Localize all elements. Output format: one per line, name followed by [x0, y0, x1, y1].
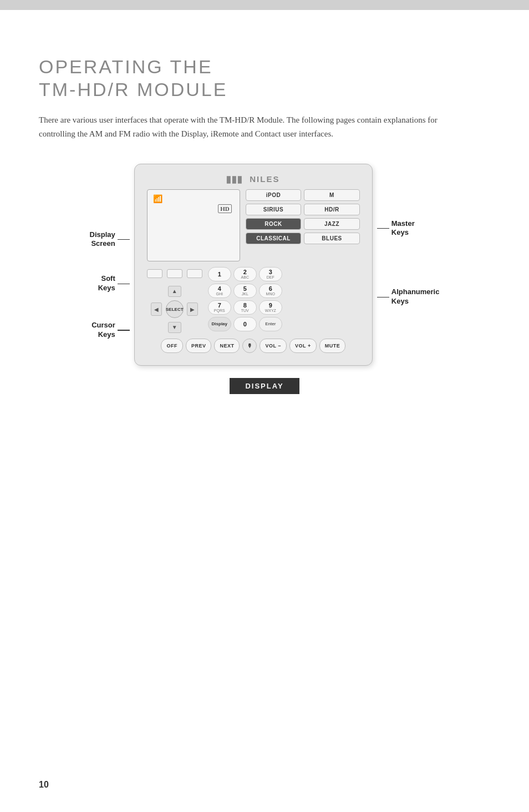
off-button[interactable]: OFF — [161, 339, 183, 353]
select-button[interactable]: SELECT — [166, 300, 184, 318]
key-1[interactable]: 1 — [208, 267, 231, 281]
rock-button[interactable]: ROCK — [246, 218, 302, 230]
page-number: 10 — [39, 780, 49, 790]
blues-button[interactable]: BLUES — [304, 233, 360, 244]
right-labels: MasterKeys AlphanumericKeys — [373, 164, 440, 307]
page-heading: OPERATING THE TM-HD/R MODULE — [39, 56, 490, 101]
master-keys-group: iPOD M SIRIUS HD/R ROCK JAZZ CLASSICAL B… — [246, 189, 360, 261]
label-text-alpha: AlphanumericKeys — [391, 288, 440, 306]
enter-key[interactable]: Enter — [259, 317, 282, 331]
cursor-down-button[interactable]: ▼ — [168, 322, 181, 333]
diagram-section: DisplayScreen SoftKeys CursorKeys ▊▊▊ NI… — [39, 164, 490, 366]
display-screen: 📶 HD — [147, 189, 240, 261]
master-key-row-4: CLASSICAL BLUES — [246, 233, 360, 244]
hd-indicator: HD — [218, 204, 232, 213]
cursor-right-button[interactable]: ▶ — [187, 302, 198, 316]
label-cursor-keys: CursorKeys — [91, 321, 130, 340]
label-text-master: MasterKeys — [391, 219, 415, 238]
key-6[interactable]: 6MNO — [259, 284, 282, 298]
prev-button[interactable]: PREV — [186, 339, 212, 353]
mute-button[interactable]: MUTE — [319, 339, 346, 353]
next-button[interactable]: NEXT — [214, 339, 240, 353]
mic-button[interactable]: 🎙 — [242, 339, 257, 353]
page: OPERATING THE TM-HD/R MODULE There are v… — [0, 0, 529, 812]
m-button[interactable]: M — [304, 189, 360, 201]
connector-line — [118, 284, 130, 285]
key-4[interactable]: 4GHI — [208, 284, 231, 298]
label-soft-keys: SoftKeys — [98, 274, 130, 293]
connector-line — [118, 239, 130, 240]
master-key-row-3: ROCK JAZZ — [246, 218, 360, 230]
transport-row: OFF PREV NEXT 🎙 VOL − VOL + MUTE — [147, 339, 360, 353]
ipod-button[interactable]: iPOD — [246, 189, 302, 201]
soft-key-2[interactable] — [167, 269, 182, 278]
key-9[interactable]: 9WXYZ — [259, 300, 282, 315]
alpha-row-1: 1 2ABC 3DEF — [208, 267, 360, 281]
alphanumeric-keys: 1 2ABC 3DEF 4GHI 5JKL 6MNO 7PQRS 8TUV 9W… — [208, 267, 360, 333]
cursor-pad: ▲ ▼ ◀ ▶ SELECT — [151, 286, 198, 333]
display-label-section: DISPLAY — [39, 378, 490, 394]
alpha-row-4: Display 0 Enter — [208, 317, 360, 331]
alpha-row-3: 7PQRS 8TUV 9WXYZ — [208, 300, 360, 315]
label-alpha-keys: AlphanumericKeys — [377, 288, 440, 306]
hdr-button[interactable]: HD/R — [304, 204, 360, 215]
soft-key-1[interactable] — [147, 269, 162, 278]
display-key[interactable]: Display — [208, 317, 231, 331]
key-8[interactable]: 8TUV — [233, 300, 257, 315]
left-labels: DisplayScreen SoftKeys CursorKeys — [90, 164, 134, 340]
body-text: There are various user interfaces that o… — [39, 113, 438, 142]
soft-keys-group — [147, 269, 202, 278]
display-label-box: DISPLAY — [230, 378, 299, 394]
label-master-keys: MasterKeys — [377, 219, 415, 238]
signal-icon: 📶 — [153, 194, 162, 204]
label-display-screen: DisplayScreen — [90, 230, 130, 249]
device-bottom-area: ▲ ▼ ◀ ▶ SELECT 1 2ABC 3DEF 4GHI — [147, 267, 360, 333]
connector-line — [118, 330, 130, 331]
cursor-up-button[interactable]: ▲ — [168, 286, 181, 297]
label-text-cursor: CursorKeys — [91, 321, 115, 340]
master-key-row-2: SIRIUS HD/R — [246, 204, 360, 215]
key-5[interactable]: 5JKL — [233, 284, 257, 298]
jazz-button[interactable]: JAZZ — [304, 218, 360, 230]
vol-down-button[interactable]: VOL − — [260, 339, 287, 353]
connector-line-r1 — [377, 228, 389, 229]
sirius-button[interactable]: SIRIUS — [246, 204, 302, 215]
device-logo: ▊▊▊ NILES — [147, 174, 360, 184]
label-text-soft: SoftKeys — [98, 274, 115, 293]
master-key-row-1: iPOD M — [246, 189, 360, 201]
key-3[interactable]: 3DEF — [259, 267, 282, 281]
soft-key-3[interactable] — [187, 269, 202, 278]
remote-device: ▊▊▊ NILES 📶 HD iPOD M SIRIUS — [134, 164, 373, 366]
left-controls: ▲ ▼ ◀ ▶ SELECT — [147, 267, 202, 333]
top-bar — [0, 0, 529, 10]
vol-up-button[interactable]: VOL + — [289, 339, 317, 353]
key-7[interactable]: 7PQRS — [208, 300, 231, 315]
key-2[interactable]: 2ABC — [233, 267, 257, 281]
label-text-display: DisplayScreen — [90, 230, 115, 249]
device-top-row: 📶 HD iPOD M SIRIUS HD/R ROCK JAZZ — [147, 189, 360, 261]
key-0[interactable]: 0 — [233, 317, 257, 331]
niles-bars-icon: ▊▊▊ — [227, 176, 243, 184]
cursor-left-button[interactable]: ◀ — [151, 302, 162, 316]
classical-button[interactable]: CLASSICAL — [246, 233, 302, 244]
alpha-row-2: 4GHI 5JKL 6MNO — [208, 284, 360, 298]
connector-line-r2 — [377, 297, 389, 298]
